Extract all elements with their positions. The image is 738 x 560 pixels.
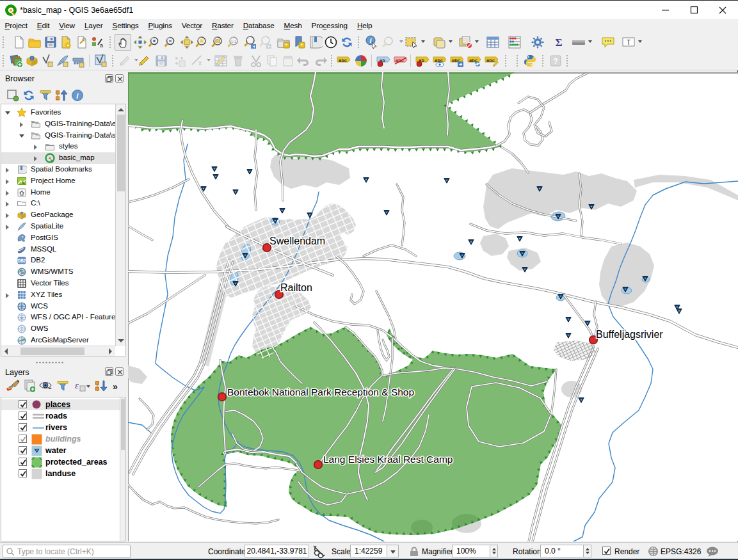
svg-text:DB2: DB2 bbox=[17, 259, 26, 263]
svg-text:abc: abc bbox=[339, 58, 347, 63]
svg-text:*: * bbox=[301, 42, 303, 49]
svg-text:abc: abc bbox=[486, 58, 495, 63]
svg-text:*: * bbox=[285, 42, 288, 49]
svg-text:V: V bbox=[20, 316, 23, 320]
svg-text:x: x bbox=[198, 60, 202, 67]
svg-text:Bontebok National Park Recepti: Bontebok National Park Reception & Shop bbox=[227, 387, 414, 397]
svg-text:1:1: 1:1 bbox=[231, 40, 237, 44]
svg-text:Lang Elsies Kraal Rest Camp: Lang Elsies Kraal Rest Camp bbox=[323, 454, 453, 465]
svg-text:Σ: Σ bbox=[555, 36, 562, 49]
svg-text:Railton: Railton bbox=[280, 282, 312, 293]
svg-text:T: T bbox=[627, 38, 631, 46]
svg-text:?: ? bbox=[553, 57, 558, 66]
svg-text:Buffeljagsrivier: Buffeljagsrivier bbox=[596, 329, 663, 340]
svg-text:ε: ε bbox=[75, 380, 79, 390]
svg-text:a: a bbox=[100, 42, 103, 49]
svg-text:Swellendam: Swellendam bbox=[269, 236, 325, 246]
